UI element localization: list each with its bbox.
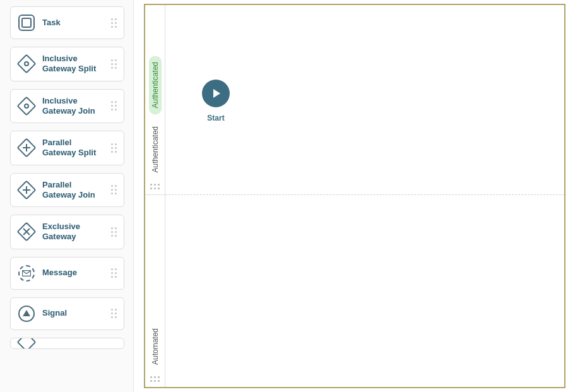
lane-header[interactable]: Automated [145,194,165,387]
signal-icon [17,304,36,323]
palette-item-message[interactable]: Message [10,257,124,290]
palette-item-label: Exclusive Gateway [42,222,105,242]
palette-item-signal[interactable]: Signal [10,297,124,330]
palette-item-task[interactable]: Task [10,6,124,39]
palette-item-inclusive-join[interactable]: Inclusive Gateway Join [10,89,124,124]
parallel-gateway-icon [17,138,36,157]
lane-label: Authenticated [149,56,162,114]
drag-handle-icon[interactable] [110,58,117,69]
drag-handle-icon[interactable] [110,268,117,279]
palette-item-label: Inclusive Gateway Join [42,96,105,117]
swimlane-automated[interactable]: Automated [145,194,564,387]
palette-item-label: Task [42,18,61,28]
drag-handle-icon[interactable] [110,184,117,196]
drag-handle-icon[interactable] [110,226,117,237]
drag-handle-icon[interactable] [110,100,117,112]
lane-label: Automated [151,328,160,365]
element-palette: Task Inclusive Gateway Split Inclusive G… [0,0,134,392]
workflow-canvas[interactable]: Authenticated Authenticated Start Automa… [134,0,568,392]
palette-item-cutoff[interactable] [10,338,124,349]
lane-label-secondary: Authenticated [151,126,160,172]
lane-header[interactable]: Authenticated Authenticated [145,5,165,194]
inclusive-gateway-icon [17,54,36,73]
exclusive-gateway-icon [17,222,36,241]
palette-item-label: Parallel Gateway Join [42,180,105,201]
start-node[interactable]: Start [202,80,230,122]
drag-handle-icon[interactable] [150,376,160,382]
start-node-label: Start [202,114,230,122]
palette-item-label: Parallel Gateway Split [42,138,105,158]
drag-handle-icon[interactable] [150,184,160,189]
diamond-icon [17,338,36,349]
palette-item-parallel-split[interactable]: Parallel Gateway Split [10,131,124,165]
parallel-gateway-icon [17,181,36,199]
inclusive-gateway-icon [17,97,36,116]
drag-handle-icon[interactable] [110,17,117,28]
lane-body[interactable] [165,194,564,387]
palette-item-parallel-join[interactable]: Parallel Gateway Join [10,173,124,208]
play-icon[interactable] [202,80,230,107]
task-icon [17,13,36,32]
palette-item-label: Signal [42,308,67,318]
drag-handle-icon[interactable] [110,142,117,153]
palette-item-exclusive[interactable]: Exclusive Gateway [10,215,124,249]
swimlane-authenticated[interactable]: Authenticated Authenticated Start [145,5,564,194]
drag-handle-icon[interactable] [110,308,117,319]
message-icon [17,264,36,283]
lane-body[interactable]: Start [165,5,564,194]
palette-item-label: Inclusive Gateway Split [42,54,105,74]
palette-item-label: Message [42,268,77,278]
palette-item-inclusive-split[interactable]: Inclusive Gateway Split [10,47,124,81]
